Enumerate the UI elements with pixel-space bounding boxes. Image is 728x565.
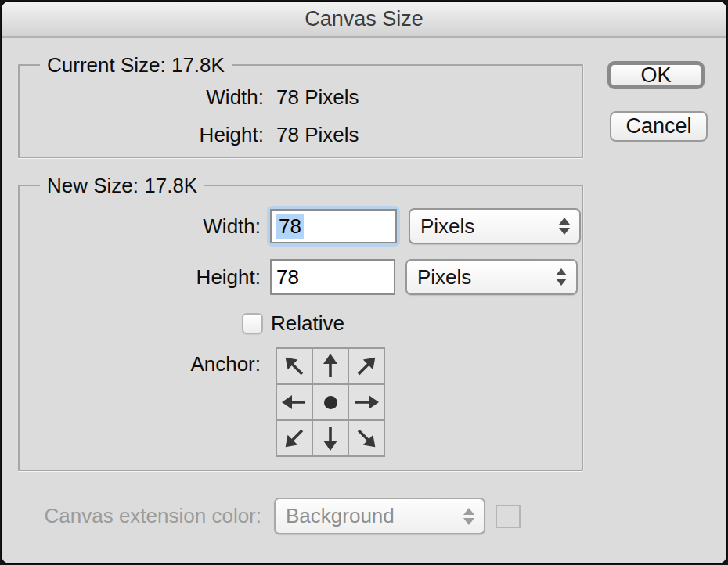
new-size-legend: New Size: 17.8K xyxy=(40,174,204,198)
width-input-focus-ring: 78 xyxy=(267,206,400,247)
current-width-row: Width: 78 Pixels xyxy=(20,87,582,107)
anchor-cell-left[interactable] xyxy=(277,385,312,419)
new-width-row: Width: 78 Pixels xyxy=(20,205,582,247)
anchor-cell-up[interactable] xyxy=(313,349,348,383)
width-unit-select[interactable]: Pixels xyxy=(409,208,581,244)
width-input-selected-text: 78 xyxy=(276,214,304,239)
anchor-grid xyxy=(276,347,385,457)
relative-label: Relative xyxy=(271,311,344,336)
stepper-arrows-icon xyxy=(558,217,571,236)
current-height-value: 78 Pixels xyxy=(276,124,359,145)
arrow-down-left-icon xyxy=(275,419,315,459)
stepper-arrows-icon xyxy=(555,268,568,286)
cancel-button[interactable]: Cancel xyxy=(610,111,708,142)
height-unit-select[interactable]: Pixels xyxy=(405,259,578,295)
anchor-cell-down-right[interactable] xyxy=(349,421,384,455)
anchor-cell-up-left[interactable] xyxy=(277,349,312,383)
new-height-row: Height: 78 Pixels xyxy=(20,259,582,295)
relative-checkbox[interactable] xyxy=(242,313,263,334)
arrow-right-icon xyxy=(352,388,380,416)
anchor-row: Anchor: xyxy=(20,347,582,457)
current-height-row: Height: 78 Pixels xyxy=(20,124,582,145)
canvas-extension-label: Canvas extension color: xyxy=(18,504,261,528)
dialog-title: Canvas Size xyxy=(305,7,423,31)
arrow-up-left-icon xyxy=(275,347,315,387)
canvas-extension-color-select: Background xyxy=(274,498,485,534)
ok-button[interactable]: OK xyxy=(607,61,705,89)
current-width-label: Width: xyxy=(20,87,264,107)
canvas-extension-color-value: Background xyxy=(286,504,395,528)
anchor-center-dot-icon xyxy=(324,396,337,409)
anchor-cell-down[interactable] xyxy=(313,421,348,455)
new-size-group: New Size: 17.8K Width: 78 Pixels Height:… xyxy=(18,185,583,471)
width-unit-value: Pixels xyxy=(420,214,474,239)
arrow-left-icon xyxy=(280,388,308,416)
canvas-size-dialog: Canvas Size OK Cancel Current Size: 17.8… xyxy=(2,2,726,563)
arrow-up-icon xyxy=(316,352,344,380)
relative-row: Relative xyxy=(20,313,582,334)
stepper-arrows-icon xyxy=(463,507,475,526)
extension-color-swatch xyxy=(496,505,521,528)
height-input-text: 78 xyxy=(276,265,299,290)
new-height-label: Height: xyxy=(20,265,261,290)
height-input[interactable]: 78 xyxy=(270,259,395,295)
title-bar: Canvas Size xyxy=(2,2,726,38)
canvas-extension-row: Canvas extension color: Background xyxy=(18,498,521,534)
anchor-cell-right[interactable] xyxy=(349,385,384,419)
anchor-cell-up-right[interactable] xyxy=(349,349,384,383)
arrow-down-right-icon xyxy=(347,419,387,459)
height-unit-value: Pixels xyxy=(417,265,471,290)
anchor-cell-center-selected[interactable] xyxy=(313,385,348,419)
current-size-legend: Current Size: 17.8K xyxy=(40,53,232,77)
current-size-group: Current Size: 17.8K Width: 78 Pixels Hei… xyxy=(18,64,583,158)
anchor-cell-down-left[interactable] xyxy=(277,421,312,455)
width-input[interactable]: 78 xyxy=(270,209,397,243)
arrow-up-right-icon xyxy=(347,347,387,387)
new-width-label: Width: xyxy=(20,214,261,239)
current-height-label: Height: xyxy=(20,124,264,145)
arrow-down-icon xyxy=(316,424,344,452)
anchor-label: Anchor: xyxy=(20,347,261,376)
current-width-value: 78 Pixels xyxy=(276,87,359,107)
